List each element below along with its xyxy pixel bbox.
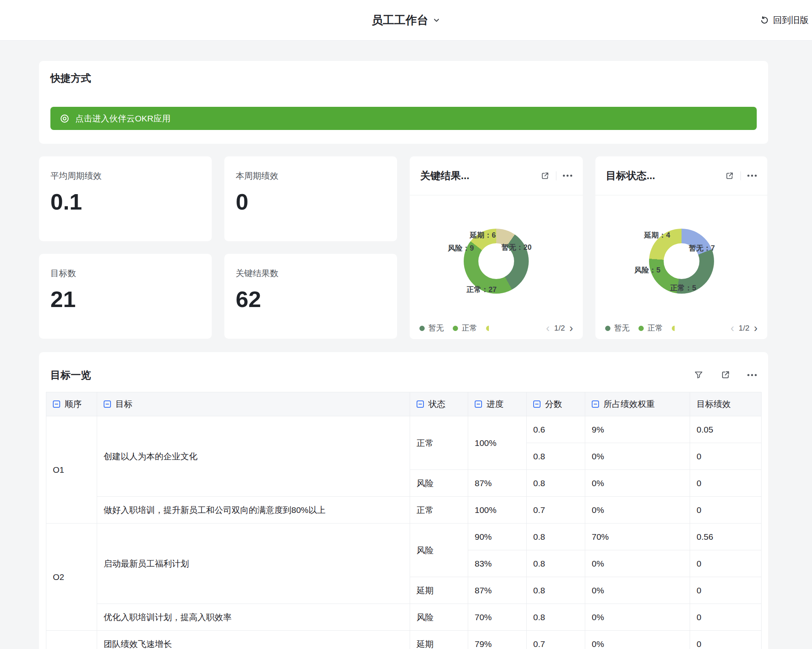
callout-risk: 风险：5 [634, 265, 660, 275]
cell-status: 正常 [410, 416, 468, 470]
cell-status: 正常 [410, 497, 468, 524]
callout-delayed: 延期：6 [470, 230, 496, 240]
stat-label: 目标数 [50, 268, 200, 279]
cell-score: 0.6 [527, 416, 585, 443]
overview-grid: 平均周期绩效 0.1 目标数 21 本周期绩效 0 关键结果数 62 关键结果.… [39, 156, 768, 339]
stat-card-key-result-count: 关键结果数 62 [224, 254, 397, 339]
cell-progress: 90% [468, 524, 527, 550]
more-actions-icon[interactable] [747, 374, 757, 376]
cell-perf: 0 [690, 443, 762, 470]
objective-donut-chart: 延期：4 暂无：7 风险：5 正常：5 [595, 195, 767, 317]
stat-label: 关键结果数 [236, 268, 386, 279]
cell-weight: 0% [585, 631, 690, 649]
more-actions-icon[interactable] [563, 175, 572, 177]
chart-header-actions [541, 171, 572, 180]
cell-score: 0.7 [527, 631, 585, 649]
legend-item-normal[interactable]: 正常 [638, 323, 663, 333]
stat-column-1: 平均周期绩效 0.1 目标数 21 [39, 156, 212, 339]
cell-weight: 0% [585, 443, 690, 470]
objective-list-card: 目标一览 [39, 352, 768, 649]
pager-position: 1/2 [739, 324, 749, 333]
legend-item-none[interactable]: 暂无 [419, 323, 444, 333]
pager-prev-icon[interactable]: ‹ [546, 324, 550, 332]
target-icon [59, 113, 70, 124]
objective-table: 顺序 目标 状态 进度 分数 所占绩效权重 目标绩效 O1 创建以人为本的企业文… [46, 392, 762, 649]
cell-perf: 0.05 [690, 416, 762, 443]
legend-label: 暂无 [614, 323, 630, 333]
collapse-column-icon[interactable] [533, 400, 541, 408]
back-to-old-version-button[interactable]: 回到旧版 [760, 0, 809, 40]
pager-position: 1/2 [554, 324, 565, 333]
cell-objective: 优化入职培训计划，提高入职效率 [97, 604, 410, 631]
cell-score: 0.7 [527, 497, 585, 524]
open-in-new-icon[interactable] [725, 171, 734, 180]
col-header-objective-perf: 目标绩效 [690, 392, 762, 416]
cell-progress: 70% [468, 604, 527, 631]
stat-value: 21 [50, 287, 200, 312]
objective-status-chart-card: 目标状态... 延期：4 暂无：7 风险 [595, 156, 767, 339]
open-in-new-icon[interactable] [721, 370, 730, 380]
cell-score: 0.8 [527, 550, 585, 577]
objective-list-title: 目标一览 [50, 368, 694, 382]
chart-card-header: 关键结果... [410, 156, 583, 195]
chevron-down-icon [432, 16, 441, 24]
more-actions-icon[interactable] [747, 175, 757, 177]
collapse-column-icon[interactable] [417, 400, 424, 408]
pager-next-icon[interactable]: › [754, 324, 758, 332]
cell-weight: 0% [585, 577, 690, 604]
cell-status: 延期 [410, 631, 468, 649]
cell-progress: 79% [468, 631, 527, 649]
cell-status: 风险 [410, 604, 468, 631]
key-result-status-chart-card: 关键结果... 延期：6 暂无：20 风 [410, 156, 583, 339]
cell-perf: 0 [690, 470, 762, 497]
cell-progress: 87% [468, 577, 527, 604]
kr-donut-chart: 延期：6 暂无：20 风险：9 正常：27 [410, 195, 583, 317]
cell-progress: 87% [468, 470, 527, 497]
cell-score: 0.8 [527, 443, 585, 470]
cell-perf: 0 [690, 577, 762, 604]
chart-legend: 暂无 正常 ‹ 1/2 › [410, 317, 583, 339]
cell-perf: 0 [690, 550, 762, 577]
callout-normal: 正常：27 [467, 285, 497, 294]
shortcuts-title: 快捷方式 [50, 71, 757, 84]
cell-weight: 0% [585, 497, 690, 524]
table-row[interactable]: O1 创建以人为本的企业文化 正常 100% 0.6 9% 0.05 [46, 416, 762, 443]
callout-risk: 风险：9 [448, 243, 474, 253]
table-row[interactable]: O2 启动最新员工福利计划 风险 90% 0.8 70% 0.56 [46, 524, 762, 550]
cell-weight: 70% [585, 524, 690, 550]
divider [556, 171, 556, 180]
pager-prev-icon[interactable]: ‹ [731, 324, 734, 332]
legend-label: 正常 [647, 323, 663, 333]
page-title: 员工工作台 [371, 13, 428, 28]
legend-item-none[interactable]: 暂无 [605, 323, 630, 333]
pager-next-icon[interactable]: › [569, 324, 573, 332]
stat-card-current-cycle-perf: 本周期绩效 0 [224, 156, 397, 241]
cell-perf: 0 [690, 497, 762, 524]
collapse-column-icon[interactable] [53, 400, 60, 408]
table-row[interactable]: 团队绩效飞速增长 延期 79% 0.7 0% 0 [46, 631, 762, 649]
filter-icon[interactable] [694, 370, 703, 380]
cell-score: 0.8 [527, 470, 585, 497]
legend-item-normal[interactable]: 正常 [453, 323, 477, 333]
top-bar: 员工工作台 回到旧版 [0, 0, 812, 41]
cell-status: 风险 [410, 524, 468, 577]
col-header-score: 分数 [527, 392, 585, 416]
chart-legend: 暂无 正常 ‹ 1/2 › [595, 317, 767, 339]
chart-card-header: 目标状态... [595, 156, 767, 195]
table-row[interactable]: 优化入职培训计划，提高入职效率 风险 70% 0.8 0% 0 [46, 604, 762, 631]
okr-app-button-label: 点击进入伙伴云OKR应用 [75, 113, 171, 124]
cell-order: O1 [46, 416, 97, 524]
open-in-new-icon[interactable] [541, 171, 549, 180]
cell-weight: 9% [585, 416, 690, 443]
table-header-row: 顺序 目标 状态 进度 分数 所占绩效权重 目标绩效 [46, 392, 762, 416]
okr-app-button[interactable]: 点击进入伙伴云OKR应用 [50, 107, 757, 130]
col-header-order: 顺序 [46, 392, 97, 416]
legend-pager: ‹ 1/2 › [731, 324, 758, 333]
collapse-column-icon[interactable] [592, 400, 599, 408]
col-header-objective: 目标 [97, 392, 410, 416]
collapse-column-icon[interactable] [475, 400, 482, 408]
collapse-column-icon[interactable] [104, 400, 111, 408]
table-row[interactable]: 做好入职培训，提升新员工和公司双向的满意度到80%以上 正常 100% 0.7 … [46, 497, 762, 524]
legend-partial-dot [672, 326, 675, 331]
workspace-switcher[interactable]: 员工工作台 [371, 13, 441, 28]
